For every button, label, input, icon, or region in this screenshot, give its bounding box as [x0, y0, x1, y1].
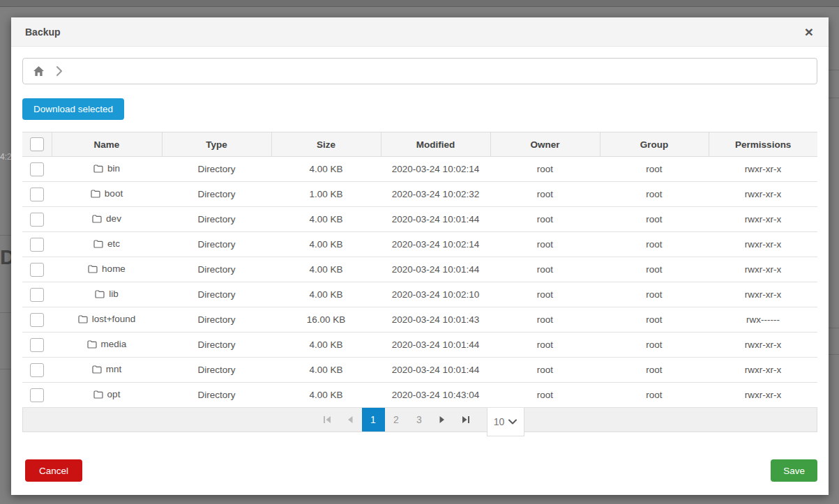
file-type: Directory	[162, 182, 271, 207]
file-permissions: rwxr-xr-x	[709, 157, 817, 182]
file-size: 4.00 KB	[271, 383, 381, 408]
background-row-line	[0, 312, 11, 313]
row-checkbox[interactable]	[30, 363, 44, 377]
page-button-2[interactable]: 2	[385, 408, 408, 432]
background-top-bar	[0, 0, 839, 7]
download-selected-button[interactable]: Download selected	[22, 98, 124, 120]
table-row[interactable]: lost+found Directory 16.00 KB 2020-03-24…	[22, 307, 817, 333]
previous-page-icon[interactable]	[339, 408, 362, 432]
table-row[interactable]: bin Directory 4.00 KB 2020-03-24 10:02:1…	[22, 157, 817, 182]
file-type: Directory	[162, 257, 271, 282]
file-name[interactable]: mnt	[106, 364, 122, 374]
file-owner: root	[490, 383, 600, 408]
row-checkbox[interactable]	[30, 162, 44, 176]
backup-dialog: Backup × Download selected Name Type	[11, 17, 829, 495]
column-header-permissions[interactable]: Permissions	[709, 132, 817, 157]
folder-icon	[92, 215, 102, 223]
dialog-body: Download selected Name Type Size Modifie…	[11, 47, 829, 452]
last-page-icon[interactable]	[454, 408, 477, 432]
column-header-owner[interactable]: Owner	[490, 132, 600, 157]
page-button-1[interactable]: 1	[362, 408, 385, 432]
file-type: Directory	[162, 383, 271, 408]
file-permissions: rwx------	[709, 307, 817, 333]
file-size: 4.00 KB	[271, 333, 381, 358]
file-modified: 2020-03-24 10:01:44	[381, 257, 490, 282]
cancel-button[interactable]: Cancel	[25, 459, 82, 482]
folder-icon	[95, 290, 105, 298]
file-owner: root	[490, 282, 600, 307]
file-owner: root	[490, 307, 600, 333]
row-checkbox[interactable]	[30, 238, 44, 252]
folder-icon	[93, 165, 103, 173]
next-page-icon[interactable]	[431, 408, 454, 432]
file-name[interactable]: opt	[107, 389, 121, 399]
file-owner: root	[490, 358, 600, 383]
column-header-size[interactable]: Size	[271, 132, 381, 157]
file-modified: 2020-03-24 10:01:44	[381, 207, 490, 232]
file-permissions: rwxr-xr-x	[709, 232, 817, 257]
file-name[interactable]: home	[102, 264, 126, 274]
background-partial-timestamp: 4:2	[0, 152, 12, 162]
file-type: Directory	[162, 307, 271, 333]
page-size-select[interactable]: 10	[487, 408, 524, 436]
background-row-line	[829, 70, 839, 70]
file-name[interactable]: etc	[107, 238, 120, 249]
chevron-down-icon	[508, 419, 517, 425]
file-name[interactable]: dev	[106, 213, 121, 224]
file-owner: root	[490, 207, 600, 232]
file-name[interactable]: media	[101, 339, 127, 349]
file-size: 4.00 KB	[271, 232, 381, 257]
row-checkbox[interactable]	[30, 213, 44, 227]
row-checkbox[interactable]	[30, 313, 44, 327]
column-header-type[interactable]: Type	[162, 132, 271, 157]
folder-icon	[87, 340, 97, 349]
page-size-value: 10	[494, 416, 505, 427]
column-header-group[interactable]: Group	[600, 132, 709, 157]
folder-icon	[91, 190, 100, 198]
file-type: Directory	[162, 282, 271, 307]
column-header-name[interactable]: Name	[52, 132, 162, 157]
file-type: Directory	[162, 358, 271, 383]
close-icon[interactable]: ×	[803, 24, 815, 39]
file-name[interactable]: lost+found	[92, 314, 136, 324]
column-header-modified[interactable]: Modified	[381, 132, 490, 157]
folder-icon	[93, 390, 103, 399]
first-page-icon[interactable]	[316, 408, 339, 432]
row-checkbox[interactable]	[30, 263, 44, 277]
file-group: root	[600, 333, 709, 358]
row-checkbox[interactable]	[30, 188, 44, 201]
table-row[interactable]: mnt Directory 4.00 KB 2020-03-24 10:01:4…	[22, 358, 817, 383]
save-button[interactable]: Save	[771, 459, 817, 482]
table-row[interactable]: home Directory 4.00 KB 2020-03-24 10:01:…	[22, 257, 817, 282]
page-button-3[interactable]: 3	[408, 408, 431, 432]
table-row[interactable]: etc Directory 4.00 KB 2020-03-24 10:02:1…	[22, 232, 817, 257]
file-owner: root	[490, 333, 600, 358]
file-modified: 2020-03-24 10:02:14	[381, 232, 490, 257]
background-row-line	[829, 328, 839, 328]
file-modified: 2020-03-24 10:02:10	[381, 282, 490, 307]
file-group: root	[600, 282, 709, 307]
home-icon[interactable]	[33, 66, 45, 77]
dialog-footer: Cancel Save	[11, 452, 829, 495]
table-row[interactable]: boot Directory 1.00 KB 2020-03-24 10:02:…	[22, 182, 817, 207]
file-group: root	[600, 157, 709, 182]
table-row[interactable]: dev Directory 4.00 KB 2020-03-24 10:01:4…	[22, 207, 817, 232]
table-row[interactable]: lib Directory 4.00 KB 2020-03-24 10:02:1…	[22, 282, 817, 307]
dialog-title: Backup	[25, 26, 61, 38]
file-owner: root	[490, 257, 600, 282]
file-name[interactable]: bin	[107, 163, 120, 174]
file-owner: root	[490, 157, 600, 182]
row-checkbox[interactable]	[30, 338, 44, 352]
dialog-header: Backup ×	[11, 17, 829, 47]
background-row-line	[0, 369, 11, 369]
file-group: root	[600, 257, 709, 282]
folder-icon	[78, 315, 88, 323]
row-checkbox[interactable]	[30, 288, 44, 302]
file-group: root	[600, 383, 709, 408]
row-checkbox[interactable]	[30, 388, 44, 402]
select-all-checkbox[interactable]	[30, 137, 44, 151]
table-row[interactable]: media Directory 4.00 KB 2020-03-24 10:01…	[22, 333, 817, 358]
file-name[interactable]: lib	[109, 289, 119, 299]
table-row[interactable]: opt Directory 4.00 KB 2020-03-24 10:43:0…	[22, 383, 817, 408]
file-name[interactable]: boot	[105, 188, 123, 199]
